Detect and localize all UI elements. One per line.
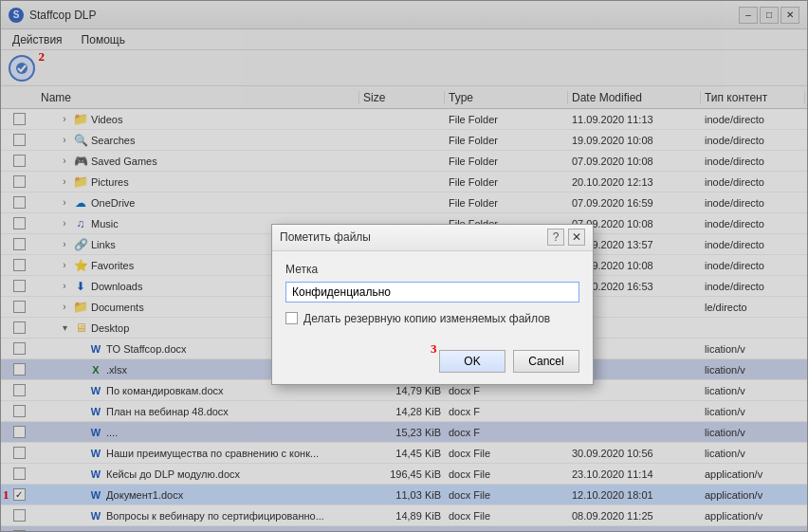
backup-checkbox[interactable]: [285, 312, 298, 324]
ok-button[interactable]: 3 OK: [439, 350, 505, 373]
mark-files-dialog: Пометить файлы ? ✕ Метка Делать резервну…: [271, 224, 594, 385]
backup-label: Делать резервную копию изменяемых файлов: [303, 312, 550, 325]
metka-input[interactable]: [285, 282, 579, 303]
metka-label: Метка: [285, 263, 579, 276]
cancel-button[interactable]: Cancel: [513, 350, 579, 373]
modal-body: Метка Делать резервную копию изменяемых …: [272, 251, 593, 350]
modal-controls: ? ✕: [547, 229, 585, 246]
modal-footer: 3 OK Cancel: [272, 350, 593, 384]
modal-title: Пометить файлы: [280, 230, 371, 244]
modal-close-button[interactable]: ✕: [568, 229, 585, 246]
modal-title-bar: Пометить файлы ? ✕: [272, 225, 593, 251]
modal-help-button[interactable]: ?: [547, 229, 564, 246]
step3-badge: 3: [431, 341, 437, 357]
backup-checkbox-row: Делать резервную копию изменяемых файлов: [285, 312, 579, 325]
modal-overlay: Пометить файлы ? ✕ Метка Делать резервну…: [0, 0, 808, 532]
